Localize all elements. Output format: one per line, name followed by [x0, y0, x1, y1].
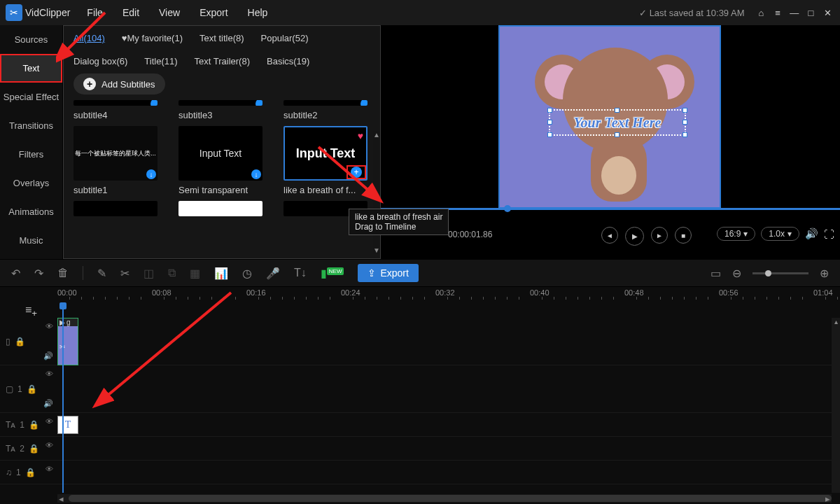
- download-icon[interactable]: ↓: [146, 169, 156, 179]
- tab-dialog-box[interactable]: Dialog box(6): [74, 56, 127, 66]
- text-track-2[interactable]: [57, 437, 832, 461]
- sidebar-item-special-effect[interactable]: Special Effect: [0, 83, 62, 111]
- video-clip[interactable]: ▶g ✂: [57, 318, 78, 365]
- split-icon[interactable]: ✂: [120, 267, 130, 280]
- preset-subtitle4-thumb[interactable]: [74, 100, 158, 106]
- close-icon[interactable]: ✕: [820, 8, 834, 18]
- favorite-icon[interactable]: ♥: [358, 130, 363, 141]
- menu-view[interactable]: View: [159, 7, 180, 18]
- track-head-text-1[interactable]: Tᴀ1🔒👁: [0, 413, 57, 437]
- mosaic-icon[interactable]: ▦: [190, 267, 200, 280]
- resize-handle[interactable]: [547, 120, 552, 125]
- seek-knob[interactable]: [504, 205, 511, 212]
- resize-handle[interactable]: [615, 132, 620, 137]
- menu-help[interactable]: Help: [248, 7, 268, 18]
- sidebar-item-music[interactable]: Music: [0, 226, 62, 255]
- add-to-timeline-button[interactable]: +: [346, 165, 366, 179]
- sidebar-item-text[interactable]: Text: [0, 54, 62, 83]
- overlay-track-1[interactable]: [57, 365, 832, 413]
- export-button[interactable]: ⇪Export: [358, 264, 418, 282]
- sidebar-item-filters[interactable]: Filters: [0, 140, 62, 169]
- duration-icon[interactable]: ◷: [242, 267, 252, 280]
- tab-popular[interactable]: Popular(52): [261, 33, 309, 43]
- text-clip[interactable]: T: [57, 416, 78, 434]
- fullscreen-icon[interactable]: ⛶: [824, 228, 834, 240]
- tab-title[interactable]: Title(11): [144, 56, 177, 66]
- menu-edit[interactable]: Edit: [122, 7, 139, 18]
- sidebar-item-transitions[interactable]: Transitions: [0, 111, 62, 140]
- video-track[interactable]: ▶g ✂: [57, 318, 832, 365]
- resize-handle[interactable]: [615, 108, 620, 113]
- text-format-icon[interactable]: T↓: [294, 267, 307, 279]
- browser-scrollbar[interactable]: ▲ ▼: [373, 131, 380, 254]
- preset-semi-transparent-thumb[interactable]: Input Text ↓: [178, 126, 262, 181]
- edit-icon[interactable]: ✎: [97, 267, 106, 280]
- minimize-icon[interactable]: ―: [788, 8, 802, 18]
- resize-handle[interactable]: [682, 132, 687, 137]
- crop-icon[interactable]: ◫: [144, 267, 154, 280]
- copy-icon[interactable]: ⧉: [168, 267, 176, 279]
- visibility-icon[interactable]: 👁: [46, 441, 53, 449]
- preset-subtitle2-thumb[interactable]: [284, 100, 368, 106]
- lock-icon[interactable]: 🔒: [29, 444, 39, 454]
- tab-text-title[interactable]: Text title(8): [200, 33, 244, 43]
- prev-frame-button[interactable]: ◄: [601, 227, 618, 244]
- zoom-out-icon[interactable]: ⊖: [732, 267, 741, 280]
- visibility-icon[interactable]: 👁: [46, 465, 53, 473]
- mute-icon[interactable]: 🔊: [43, 351, 53, 360]
- sidebar-item-animations[interactable]: Animations: [0, 197, 62, 226]
- lock-icon[interactable]: 🔒: [25, 468, 36, 477]
- redo-icon[interactable]: ↷: [34, 267, 43, 280]
- preset-extra-1-thumb[interactable]: [74, 201, 158, 216]
- track-manager-button[interactable]: ≡+: [25, 304, 37, 318]
- preset-subtitle3-thumb[interactable]: [178, 100, 262, 106]
- tab-all[interactable]: All(104): [74, 33, 105, 43]
- mute-icon[interactable]: 🔊: [43, 399, 53, 408]
- resize-handle[interactable]: [682, 108, 687, 113]
- tab-text-trailer[interactable]: Text Trailer(8): [195, 56, 250, 66]
- playback-speed-selector[interactable]: 1.0x▾: [761, 227, 799, 241]
- tab-basics[interactable]: Basics(19): [267, 56, 309, 66]
- visibility-icon[interactable]: 👁: [46, 370, 53, 378]
- menu-file[interactable]: File: [87, 7, 103, 18]
- visibility-icon[interactable]: 👁: [46, 417, 53, 426]
- audio-track-1[interactable]: [57, 461, 832, 484]
- sidebar-item-overlays[interactable]: Overlays: [0, 169, 62, 197]
- zoom-in-icon[interactable]: ⊕: [820, 267, 829, 280]
- maximize-icon[interactable]: □: [804, 8, 818, 18]
- preset-extra-2-thumb[interactable]: [178, 201, 262, 216]
- timeline-h-scrollbar[interactable]: ◂▸: [57, 494, 832, 503]
- timeline-v-scrollbar[interactable]: ▴: [832, 318, 840, 493]
- green-screen-icon[interactable]: ▮NEW: [321, 267, 344, 280]
- text-track-1[interactable]: T: [57, 413, 832, 437]
- track-head-video[interactable]: ▯🔒👁🔊: [0, 318, 57, 365]
- menu-export[interactable]: Export: [200, 7, 227, 18]
- visibility-icon[interactable]: 👁: [46, 322, 53, 330]
- lock-icon[interactable]: 🔒: [15, 337, 25, 346]
- aspect-ratio-selector[interactable]: 16:9▾: [717, 227, 755, 241]
- sidebar-item-sources[interactable]: Sources: [0, 25, 62, 54]
- track-head-audio-1[interactable]: ♫1🔒👁: [0, 461, 57, 484]
- voiceover-icon[interactable]: 🎤: [266, 267, 280, 280]
- track-head-text-2[interactable]: Tᴀ2🔒👁: [0, 437, 57, 461]
- stats-icon[interactable]: 📊: [214, 267, 228, 280]
- lock-icon[interactable]: 🔒: [29, 420, 39, 430]
- playhead[interactable]: [62, 304, 64, 493]
- preset-subtitle1-thumb[interactable]: 每一个被贴标签的星球人类... ↓: [74, 126, 158, 181]
- preset-breath-of-fresh-air-thumb[interactable]: ♥ Input Text +: [284, 126, 368, 181]
- delete-icon[interactable]: 🗑: [57, 267, 69, 279]
- timeline-tracks[interactable]: ▶g ✂ T: [57, 318, 832, 493]
- resize-handle[interactable]: [547, 132, 552, 137]
- next-frame-button[interactable]: ►: [651, 227, 668, 244]
- add-subtitles-button[interactable]: + Add Subtitles: [74, 74, 165, 94]
- tab-favorite[interactable]: ♥My favorite(1): [122, 33, 183, 43]
- home-icon[interactable]: ⌂: [755, 8, 769, 18]
- fit-icon[interactable]: ▭: [710, 267, 721, 280]
- download-icon[interactable]: ↓: [251, 169, 261, 179]
- resize-handle[interactable]: [682, 120, 687, 125]
- text-overlay-box[interactable]: Your Text Here: [549, 109, 686, 136]
- track-head-overlay-1[interactable]: ▢1🔒👁🔊: [0, 365, 57, 413]
- stop-button[interactable]: ■: [675, 227, 692, 244]
- volume-icon[interactable]: 🔊: [805, 227, 818, 240]
- zoom-slider[interactable]: [752, 272, 808, 274]
